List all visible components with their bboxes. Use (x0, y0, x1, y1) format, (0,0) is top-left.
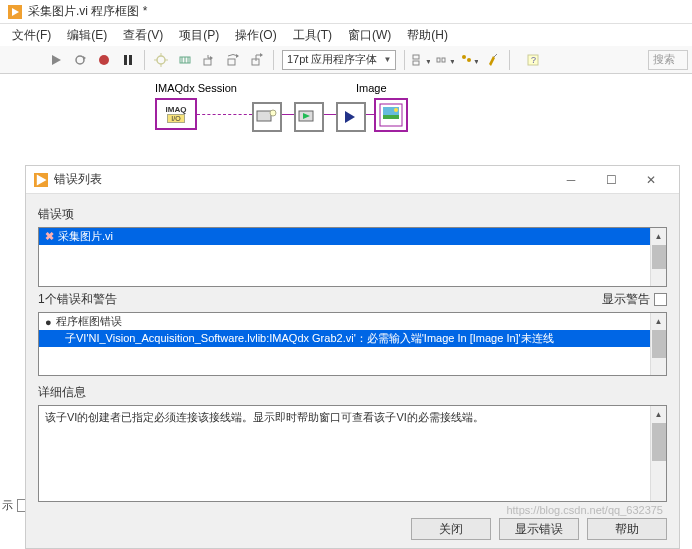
run-continuous-button[interactable] (69, 49, 91, 71)
svg-rect-17 (228, 59, 235, 65)
scroll-up-icon[interactable]: ▲ (651, 406, 666, 422)
retain-wire-button[interactable] (174, 49, 196, 71)
menu-file[interactable]: 文件(F) (4, 25, 59, 46)
maximize-button[interactable]: ☐ (591, 166, 631, 194)
svg-rect-5 (129, 55, 132, 65)
svg-rect-40 (383, 115, 399, 119)
resize-button[interactable]: ▼ (458, 49, 480, 71)
dialog-icon (34, 173, 48, 187)
menu-view[interactable]: 查看(V) (115, 25, 171, 46)
scrollbar[interactable]: ▲ (650, 228, 666, 286)
svg-text:?: ? (531, 55, 536, 65)
window-title: 采集图片.vi 程序框图 * (28, 3, 147, 20)
error-details-list[interactable]: ● 程序框图错误 子VI'NI_Vision_Acquisition_Softw… (38, 312, 667, 376)
imaqdx-session-node[interactable]: IMAQ I/O (155, 98, 197, 130)
cleanup-button[interactable] (482, 49, 504, 71)
minimize-button[interactable]: ─ (551, 166, 591, 194)
window-titlebar: 采集图片.vi 程序框图 * (0, 0, 692, 24)
show-warnings-checkbox[interactable] (654, 293, 667, 306)
dialog-title: 错误列表 (54, 171, 102, 188)
details-textbox[interactable]: 该子VI的创建者已指定必须连接该接线端。显示即时帮助窗口可查看该子VI的必需接线… (38, 405, 667, 502)
show-error-button[interactable]: 显示错误 (499, 518, 579, 540)
scroll-up-icon[interactable]: ▲ (651, 228, 666, 244)
error-count-label: 1个错误和警告 (38, 291, 117, 308)
help-button[interactable]: 帮助 (587, 518, 667, 540)
svg-text:▼: ▼ (449, 58, 454, 65)
scrollbar[interactable]: ▲ (650, 406, 666, 501)
wire (366, 114, 374, 115)
errors-section-label: 错误项 (38, 206, 667, 223)
svg-rect-33 (257, 111, 271, 121)
distribute-button[interactable]: ▼ (434, 49, 456, 71)
svg-point-28 (467, 58, 471, 62)
svg-marker-1 (52, 55, 61, 65)
align-button[interactable]: ▼ (410, 49, 432, 71)
scroll-thumb[interactable] (652, 423, 666, 461)
error-list-dialog: 错误列表 ─ ☐ ✕ 错误项 ✖ 采集图片.vi ▲ 1个错误和警告 显示警告 (25, 165, 680, 549)
close-button[interactable]: 关闭 (411, 518, 491, 540)
dialog-button-bar: 关闭 显示错误 帮助 (26, 510, 679, 548)
vi-node-3[interactable] (336, 102, 366, 132)
svg-point-6 (157, 56, 165, 64)
toolbar: 17pt 应用程序字体 ▼ ▼ ▼ ? 搜索 (0, 46, 692, 74)
error-items-list[interactable]: ✖ 采集图片.vi ▲ (38, 227, 667, 287)
image-label: Image (356, 82, 387, 94)
svg-text:▼: ▼ (425, 58, 430, 65)
app-icon (8, 5, 22, 19)
details-section-label: 详细信息 (38, 384, 667, 401)
highlight-button[interactable] (150, 49, 172, 71)
svg-marker-37 (345, 111, 355, 123)
step-out-button[interactable] (246, 49, 268, 71)
bullet-icon: ● (45, 316, 52, 328)
svg-marker-0 (12, 8, 19, 16)
toolbar-separator (273, 50, 274, 70)
dialog-titlebar: 错误列表 ─ ☐ ✕ (26, 166, 679, 194)
list-item[interactable]: ● 程序框图错误 (39, 313, 650, 330)
list-item[interactable]: 子VI'NI_Vision_Acquisition_Software.lvlib… (39, 330, 650, 347)
step-over-button[interactable] (222, 49, 244, 71)
wire (282, 114, 294, 115)
menu-tools[interactable]: 工具(T) (285, 25, 340, 46)
show-warnings-label: 显示警告 (602, 291, 650, 308)
svg-point-34 (270, 110, 276, 116)
wire (197, 114, 252, 115)
abort-button[interactable] (93, 49, 115, 71)
toolbar-separator (404, 50, 405, 70)
svg-line-30 (494, 54, 497, 57)
menu-help[interactable]: 帮助(H) (399, 25, 456, 46)
block-diagram[interactable]: IMAQdx Session Image IMAQ I/O (0, 74, 692, 164)
menu-edit[interactable]: 编辑(E) (59, 25, 115, 46)
scroll-thumb[interactable] (652, 330, 666, 358)
close-button[interactable]: ✕ (631, 166, 671, 194)
toolbar-separator (509, 50, 510, 70)
svg-rect-22 (413, 61, 419, 65)
svg-rect-4 (124, 55, 127, 65)
font-selector[interactable]: 17pt 应用程序字体 (282, 50, 396, 70)
scroll-up-icon[interactable]: ▲ (651, 313, 666, 329)
search-input[interactable]: 搜索 (648, 50, 688, 70)
vi-node-1[interactable] (252, 102, 282, 132)
menu-operate[interactable]: 操作(O) (227, 25, 284, 46)
list-item[interactable]: ✖ 采集图片.vi (39, 228, 650, 245)
pause-button[interactable] (117, 49, 139, 71)
svg-rect-24 (437, 58, 440, 62)
vi-node-2[interactable] (294, 102, 324, 132)
context-help-button[interactable]: ? (522, 49, 544, 71)
menu-project[interactable]: 项目(P) (171, 25, 227, 46)
step-into-button[interactable] (198, 49, 220, 71)
menu-bar: 文件(F) 编辑(E) 查看(V) 项目(P) 操作(O) 工具(T) 窗口(W… (0, 24, 692, 46)
svg-marker-42 (37, 174, 47, 185)
scroll-thumb[interactable] (652, 245, 666, 269)
menu-window[interactable]: 窗口(W) (340, 25, 399, 46)
svg-point-3 (99, 55, 109, 65)
svg-point-41 (394, 108, 398, 112)
image-indicator-node[interactable] (374, 98, 408, 132)
run-button[interactable] (45, 49, 67, 71)
wire (324, 114, 336, 115)
svg-text:▼: ▼ (473, 58, 478, 65)
svg-marker-18 (236, 54, 239, 58)
svg-rect-25 (442, 58, 445, 62)
scrollbar[interactable]: ▲ (650, 313, 666, 375)
svg-marker-20 (260, 53, 263, 57)
session-label: IMAQdx Session (155, 82, 237, 94)
